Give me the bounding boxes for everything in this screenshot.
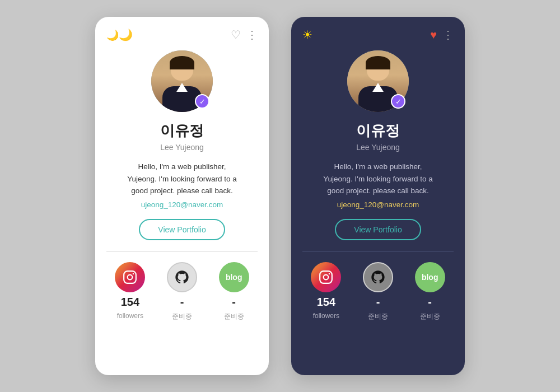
github-label-dark: 준비중	[368, 312, 388, 321]
social-instagram-dark[interactable]: 154 followers	[302, 262, 350, 321]
top-right-actions-dark: ♥ ⋮	[430, 28, 454, 41]
blog-label-light: 준비중	[224, 312, 244, 321]
instagram-label-dark: followers	[313, 312, 339, 320]
github-count-light: -	[180, 296, 184, 309]
bio-light: Hello, I'm a web publisher, Yujeong. I'm…	[124, 161, 240, 197]
user-name-korean-light: 이유정	[160, 121, 204, 141]
social-github-dark[interactable]: - 준비중	[354, 262, 402, 321]
github-icon-light	[167, 262, 197, 292]
user-name-korean-dark: 이유정	[356, 121, 400, 141]
divider-light	[106, 251, 258, 252]
github-count-dark: -	[376, 296, 380, 309]
more-options-button-dark[interactable]: ⋮	[442, 28, 454, 41]
instagram-label-light: followers	[117, 312, 143, 320]
verified-badge-light: ✓	[195, 94, 209, 109]
portfolio-button-light[interactable]: View Portfolio	[139, 219, 225, 240]
portfolio-button-dark[interactable]: View Portfolio	[335, 219, 421, 240]
social-blog-light[interactable]: blog - 준비중	[210, 262, 258, 321]
svg-point-2	[133, 273, 134, 275]
social-row-light: 154 followers - 준비중 blog - 준비중	[106, 262, 258, 321]
profile-card-light: 🌙 ♡ ⋮ ✓ 이유정 Lee Yujeong Hello, I'm a web…	[95, 17, 269, 375]
divider-dark	[302, 251, 454, 252]
instagram-icon-dark	[311, 262, 341, 292]
social-blog-dark[interactable]: blog - 준비중	[406, 262, 454, 321]
svg-point-1	[128, 274, 133, 279]
blog-icon-dark: blog	[415, 262, 445, 292]
user-name-english-dark: Lee Yujeong	[356, 143, 400, 152]
social-instagram-light[interactable]: 154 followers	[106, 262, 154, 321]
more-options-button-light[interactable]: ⋮	[246, 28, 258, 41]
blog-count-light: -	[232, 296, 236, 309]
github-label-light: 준비중	[172, 312, 192, 321]
avatar-wrapper-light: ✓	[151, 50, 213, 112]
favorite-button-dark[interactable]: ♥	[430, 29, 437, 41]
instagram-count-dark: 154	[317, 296, 335, 309]
profile-card-dark: ☀ ♥ ⋮ ✓ 이유정 Lee Yujeong Hello, I'm a web…	[291, 17, 465, 375]
blog-icon-light: blog	[219, 262, 249, 292]
social-github-light[interactable]: - 준비중	[158, 262, 206, 321]
user-name-english-light: Lee Yujeong	[160, 143, 204, 152]
svg-rect-0	[124, 271, 136, 283]
instagram-icon-light	[115, 262, 145, 292]
moon-icon[interactable]: 🌙	[106, 28, 133, 41]
favorite-button-light[interactable]: ♡	[231, 28, 241, 41]
top-right-actions: ♡ ⋮	[231, 28, 258, 41]
email-light[interactable]: ujeong_120@naver.com	[141, 200, 223, 209]
email-dark[interactable]: ujeong_120@naver.com	[337, 200, 419, 209]
social-row-dark: 154 followers - 준비중 blog - 준비중	[302, 262, 454, 321]
github-icon-dark	[363, 262, 393, 292]
instagram-count-light: 154	[121, 296, 139, 309]
blog-label-dark: 준비중	[420, 312, 440, 321]
avatar-wrapper-dark: ✓	[347, 50, 409, 112]
svg-point-4	[324, 274, 329, 279]
verified-badge-dark: ✓	[391, 94, 405, 109]
bio-dark: Hello, I'm a web publisher, Yujeong. I'm…	[320, 161, 436, 197]
top-bar-light: 🌙 ♡ ⋮	[106, 28, 258, 41]
top-bar-dark: ☀ ♥ ⋮	[302, 28, 454, 41]
blog-count-dark: -	[428, 296, 432, 309]
svg-point-5	[329, 273, 330, 275]
svg-rect-3	[320, 271, 332, 283]
sun-icon[interactable]: ☀	[302, 28, 312, 41]
